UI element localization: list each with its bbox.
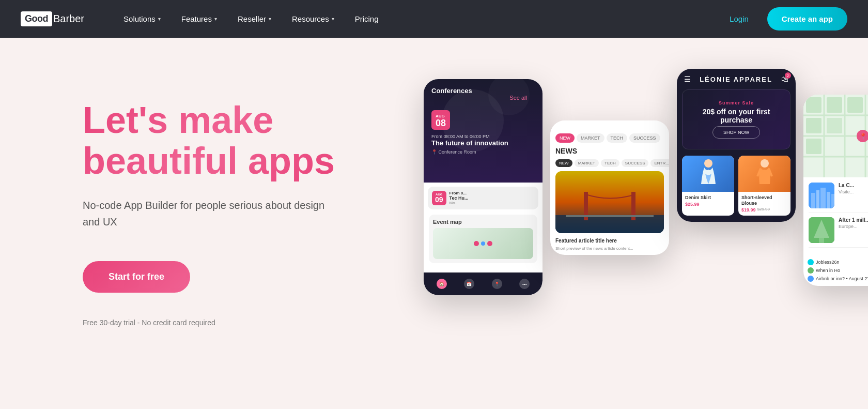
- cat-tab-tech[interactable]: TECH: [601, 159, 619, 167]
- hero-content: Let's make beautiful apps No-code App Bu…: [0, 79, 341, 327]
- event-date-badge: AUG 08: [431, 110, 450, 130]
- svg-point-7: [761, 159, 769, 168]
- phone-travel: 📍: [803, 95, 868, 286]
- chevron-down-icon: ▾: [269, 16, 271, 22]
- event-name: The future of innovation: [431, 139, 535, 148]
- product-old-price-2: $29.99: [757, 207, 770, 211]
- cat-tab-entrepreneur[interactable]: ENTR...: [650, 159, 669, 167]
- shop-title: LÉONIE APPAREL: [700, 75, 772, 83]
- nav-right: Login Create an app: [721, 7, 847, 31]
- nav-solutions[interactable]: Solutions ▾: [115, 10, 169, 27]
- nav-pricing[interactable]: Pricing: [347, 10, 387, 27]
- shop-banner: Summer Sale 20$ off on your first purcha…: [682, 89, 791, 149]
- chevron-down-icon: ▾: [158, 16, 161, 22]
- banner-discount: 20$ off on your first purchase: [693, 108, 780, 124]
- svg-rect-28: [811, 193, 815, 208]
- svg-rect-19: [806, 97, 822, 113]
- chevron-down-icon: ▾: [332, 16, 334, 22]
- svg-point-6: [704, 159, 712, 168]
- shop-now-button[interactable]: SHOP NOW: [712, 126, 760, 139]
- news-tab-market[interactable]: MARKET: [577, 133, 605, 143]
- svg-rect-20: [827, 97, 842, 113]
- news-featured-image: [555, 171, 664, 233]
- phone-news: NEW MARKET TECH SUCCESS NEWS NEW MARKET …: [550, 120, 669, 255]
- chevron-down-icon: ▾: [214, 16, 217, 22]
- cart-icon[interactable]: 🛍 2: [781, 75, 788, 83]
- cat-tab-active[interactable]: NEW: [555, 159, 572, 167]
- svg-rect-24: [827, 118, 842, 133]
- phone-nav-home[interactable]: 🏠: [437, 279, 447, 289]
- hero-section: Let's make beautiful apps No-code App Bu…: [0, 38, 868, 409]
- product-name-1: Denim Skirt: [685, 195, 731, 201]
- svg-rect-5: [555, 171, 664, 233]
- event-location: 📍 Conference Room: [431, 149, 535, 155]
- product-card-2[interactable]: Short-sleeved Blouse $19.99 $29.99: [738, 156, 791, 216]
- location-thumb-2: [809, 217, 834, 243]
- phone-nav-map[interactable]: 📍: [492, 279, 502, 289]
- logo-barber: Barber: [53, 13, 84, 25]
- news-tab-success[interactable]: SUCCESS: [629, 133, 660, 143]
- create-app-button[interactable]: Create an app: [767, 7, 847, 31]
- svg-rect-21: [847, 97, 863, 113]
- location-map: 📍: [803, 95, 868, 177]
- see-all-link[interactable]: See all: [509, 95, 527, 101]
- event-time: From 08:00 AM to 06:00 PM: [431, 134, 535, 139]
- svg-text:📍: 📍: [859, 132, 867, 140]
- nav-features[interactable]: Features ▾: [173, 10, 225, 27]
- svg-rect-32: [831, 194, 834, 208]
- news-tab-tech[interactable]: TECH: [607, 133, 628, 143]
- cat-tab-market[interactable]: MARKET: [575, 159, 599, 167]
- svg-rect-22: [806, 118, 822, 133]
- start-free-button[interactable]: Start for free: [83, 261, 190, 293]
- svg-rect-23: [806, 139, 822, 154]
- product-card-1[interactable]: Denim Skirt $25.99: [682, 156, 734, 216]
- free-trial-text: Free 30-day trial - No credit card requi…: [83, 319, 341, 327]
- navbar: Good Barber Solutions ▾ Features ▾ Resel…: [0, 0, 868, 38]
- hero-title: Let's make beautiful apps: [83, 100, 341, 181]
- location-sub-1: Visite...: [839, 189, 854, 194]
- conferences-label: Conferences: [431, 87, 472, 95]
- product-name-2: Short-sleeved Blouse: [741, 195, 787, 206]
- svg-rect-29: [816, 190, 819, 208]
- logo-good: Good: [21, 11, 52, 26]
- location-title-2: After 1 mill...: [839, 217, 868, 223]
- hero-subtitle: No-code App Builder for people serious a…: [83, 197, 341, 230]
- phone-shopping: ☰ LÉONIE APPAREL 🛍 2 Summer Sale 20$ off…: [677, 69, 796, 222]
- svg-rect-31: [827, 192, 830, 208]
- phone-nav-more[interactable]: •••: [519, 279, 530, 289]
- logo[interactable]: Good Barber: [21, 11, 84, 26]
- nav-resources[interactable]: Resources ▾: [284, 10, 343, 27]
- location-card-2[interactable]: After 1 mill... Europe...: [809, 217, 868, 248]
- location-sub-2: Europe...: [839, 224, 868, 229]
- product-price-2: $19.99: [741, 207, 756, 213]
- nav-reseller[interactable]: Reseller ▾: [229, 10, 280, 27]
- nav-links: Solutions ▾ Features ▾ Reseller ▾ Resour…: [115, 10, 721, 27]
- svg-rect-30: [820, 188, 826, 208]
- location-cards: La C... Visite... After 1 mill...: [803, 177, 868, 257]
- phone-nav-calendar[interactable]: 📅: [464, 279, 474, 289]
- phone-conference: Conferences See all AUG 08 From 08:00 AM…: [424, 79, 542, 295]
- cat-tab-success[interactable]: SUCCESS: [622, 159, 649, 167]
- location-thumb-1: [809, 183, 834, 208]
- location-title-1: La C...: [839, 183, 854, 188]
- login-button[interactable]: Login: [721, 10, 757, 27]
- hero-phones: Conferences See all AUG 08 From 08:00 AM…: [424, 38, 868, 409]
- location-card-1[interactable]: La C... Visite...: [809, 183, 868, 213]
- promo-label: Summer Sale: [693, 100, 780, 105]
- news-tab-new[interactable]: NEW: [555, 133, 575, 143]
- product-price-1: $25.99: [685, 202, 731, 207]
- news-header: NEWS: [550, 143, 669, 159]
- event-map-label: Event map: [433, 219, 533, 225]
- hamburger-icon[interactable]: ☰: [684, 75, 691, 83]
- svg-rect-35: [819, 238, 824, 243]
